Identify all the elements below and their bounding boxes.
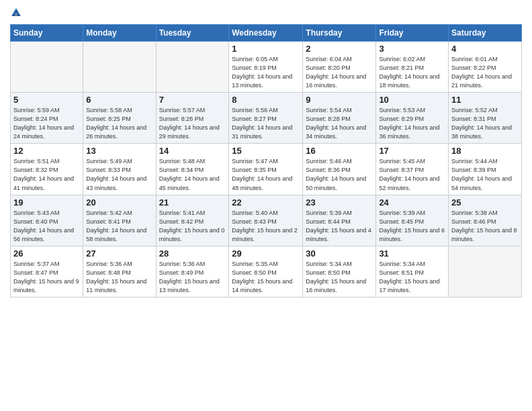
day-number: 19 bbox=[13, 197, 80, 208]
day-info: Sunrise: 5:59 AMSunset: 8:24 PMDaylight:… bbox=[13, 106, 80, 141]
day-info: Sunrise: 5:38 AMSunset: 8:46 PMDaylight:… bbox=[451, 209, 519, 244]
page: SundayMondayTuesdayWednesdayThursdayFrid… bbox=[0, 0, 532, 411]
logo-icon bbox=[10, 7, 22, 19]
day-info: Sunrise: 5:39 AMSunset: 8:45 PMDaylight:… bbox=[379, 209, 445, 244]
calendar-cell: 16Sunrise: 5:46 AMSunset: 8:36 PMDayligh… bbox=[303, 144, 376, 195]
day-info: Sunrise: 5:53 AMSunset: 8:29 PMDaylight:… bbox=[379, 106, 445, 141]
day-info: Sunrise: 5:47 AMSunset: 8:35 PMDaylight:… bbox=[232, 157, 300, 192]
calendar-cell: 27Sunrise: 5:36 AMSunset: 8:48 PMDayligh… bbox=[83, 246, 156, 297]
calendar-cell: 13Sunrise: 5:49 AMSunset: 8:33 PMDayligh… bbox=[83, 144, 156, 195]
calendar-cell bbox=[83, 42, 156, 93]
day-info: Sunrise: 6:02 AMSunset: 8:21 PMDaylight:… bbox=[379, 55, 445, 90]
calendar-cell bbox=[156, 42, 229, 93]
day-info: Sunrise: 5:46 AMSunset: 8:36 PMDaylight:… bbox=[306, 157, 373, 192]
calendar-week-2: 5Sunrise: 5:59 AMSunset: 8:24 PMDaylight… bbox=[11, 93, 522, 144]
day-number: 18 bbox=[451, 146, 519, 156]
calendar-cell: 12Sunrise: 5:51 AMSunset: 8:32 PMDayligh… bbox=[11, 144, 83, 195]
day-number: 27 bbox=[86, 248, 152, 259]
day-info: Sunrise: 5:36 AMSunset: 8:49 PMDaylight:… bbox=[159, 260, 226, 295]
day-info: Sunrise: 5:34 AMSunset: 8:51 PMDaylight:… bbox=[379, 260, 445, 295]
calendar-cell: 24Sunrise: 5:39 AMSunset: 8:45 PMDayligh… bbox=[376, 195, 449, 246]
day-number: 14 bbox=[159, 146, 226, 156]
day-number: 15 bbox=[232, 146, 300, 156]
calendar-cell: 2Sunrise: 6:04 AMSunset: 8:20 PMDaylight… bbox=[303, 42, 376, 93]
day-number: 11 bbox=[451, 95, 519, 105]
day-info: Sunrise: 5:40 AMSunset: 8:43 PMDaylight:… bbox=[232, 209, 300, 244]
day-number: 13 bbox=[86, 146, 152, 156]
day-info: Sunrise: 5:58 AMSunset: 8:25 PMDaylight:… bbox=[86, 106, 152, 141]
calendar-cell: 7Sunrise: 5:57 AMSunset: 8:26 PMDaylight… bbox=[156, 93, 229, 144]
calendar-cell bbox=[11, 42, 83, 93]
calendar-cell: 8Sunrise: 5:56 AMSunset: 8:27 PMDaylight… bbox=[229, 93, 303, 144]
weekday-header-monday: Monday bbox=[83, 25, 156, 42]
calendar-cell: 29Sunrise: 5:35 AMSunset: 8:50 PMDayligh… bbox=[229, 246, 303, 297]
weekday-header-wednesday: Wednesday bbox=[229, 25, 303, 42]
day-info: Sunrise: 6:05 AMSunset: 8:19 PMDaylight:… bbox=[232, 55, 300, 90]
day-info: Sunrise: 6:01 AMSunset: 8:22 PMDaylight:… bbox=[451, 55, 519, 90]
calendar-cell: 23Sunrise: 5:39 AMSunset: 8:44 PMDayligh… bbox=[303, 195, 376, 246]
calendar-cell: 5Sunrise: 5:59 AMSunset: 8:24 PMDaylight… bbox=[11, 93, 83, 144]
day-number: 4 bbox=[451, 44, 519, 54]
calendar-cell: 17Sunrise: 5:45 AMSunset: 8:37 PMDayligh… bbox=[376, 144, 449, 195]
calendar-cell: 4Sunrise: 6:01 AMSunset: 8:22 PMDaylight… bbox=[449, 42, 522, 93]
day-number: 24 bbox=[379, 197, 445, 208]
day-info: Sunrise: 5:51 AMSunset: 8:32 PMDaylight:… bbox=[13, 157, 80, 192]
calendar-cell: 3Sunrise: 6:02 AMSunset: 8:21 PMDaylight… bbox=[376, 42, 449, 93]
day-number: 1 bbox=[232, 44, 300, 54]
day-number: 20 bbox=[86, 197, 152, 208]
day-info: Sunrise: 5:41 AMSunset: 8:42 PMDaylight:… bbox=[159, 209, 226, 244]
logo bbox=[10, 7, 24, 19]
weekday-header-row: SundayMondayTuesdayWednesdayThursdayFrid… bbox=[11, 25, 522, 42]
day-number: 17 bbox=[379, 146, 445, 156]
svg-rect-2 bbox=[15, 13, 17, 16]
calendar-cell: 14Sunrise: 5:48 AMSunset: 8:34 PMDayligh… bbox=[156, 144, 229, 195]
calendar-cell: 20Sunrise: 5:42 AMSunset: 8:41 PMDayligh… bbox=[83, 195, 156, 246]
weekday-header-sunday: Sunday bbox=[11, 25, 83, 42]
day-info: Sunrise: 5:44 AMSunset: 8:39 PMDaylight:… bbox=[451, 157, 519, 192]
day-number: 26 bbox=[13, 248, 80, 259]
calendar-cell: 25Sunrise: 5:38 AMSunset: 8:46 PMDayligh… bbox=[449, 195, 522, 246]
calendar: SundayMondayTuesdayWednesdayThursdayFrid… bbox=[10, 24, 522, 298]
calendar-week-4: 19Sunrise: 5:43 AMSunset: 8:40 PMDayligh… bbox=[11, 195, 522, 246]
calendar-week-5: 26Sunrise: 5:37 AMSunset: 8:47 PMDayligh… bbox=[11, 246, 522, 297]
calendar-cell: 21Sunrise: 5:41 AMSunset: 8:42 PMDayligh… bbox=[156, 195, 229, 246]
calendar-cell: 11Sunrise: 5:52 AMSunset: 8:31 PMDayligh… bbox=[449, 93, 522, 144]
header bbox=[10, 7, 522, 19]
calendar-week-1: 1Sunrise: 6:05 AMSunset: 8:19 PMDaylight… bbox=[11, 42, 522, 93]
weekday-header-thursday: Thursday bbox=[303, 25, 376, 42]
day-info: Sunrise: 5:45 AMSunset: 8:37 PMDaylight:… bbox=[379, 157, 445, 192]
calendar-cell: 28Sunrise: 5:36 AMSunset: 8:49 PMDayligh… bbox=[156, 246, 229, 297]
day-number: 25 bbox=[451, 197, 519, 208]
day-info: Sunrise: 5:52 AMSunset: 8:31 PMDaylight:… bbox=[451, 106, 519, 141]
day-number: 21 bbox=[159, 197, 226, 208]
calendar-cell: 1Sunrise: 6:05 AMSunset: 8:19 PMDaylight… bbox=[229, 42, 303, 93]
day-number: 10 bbox=[379, 95, 445, 105]
day-number: 16 bbox=[306, 146, 373, 156]
day-info: Sunrise: 5:43 AMSunset: 8:40 PMDaylight:… bbox=[13, 209, 80, 244]
weekday-header-tuesday: Tuesday bbox=[156, 25, 229, 42]
day-number: 3 bbox=[379, 44, 445, 54]
day-info: Sunrise: 5:37 AMSunset: 8:47 PMDaylight:… bbox=[13, 260, 80, 295]
day-info: Sunrise: 5:57 AMSunset: 8:26 PMDaylight:… bbox=[159, 106, 226, 141]
calendar-cell: 31Sunrise: 5:34 AMSunset: 8:51 PMDayligh… bbox=[376, 246, 449, 297]
day-number: 28 bbox=[159, 248, 226, 259]
calendar-cell: 26Sunrise: 5:37 AMSunset: 8:47 PMDayligh… bbox=[11, 246, 83, 297]
calendar-cell: 19Sunrise: 5:43 AMSunset: 8:40 PMDayligh… bbox=[11, 195, 83, 246]
day-number: 9 bbox=[306, 95, 373, 105]
day-info: Sunrise: 5:54 AMSunset: 8:28 PMDaylight:… bbox=[306, 106, 373, 141]
day-number: 8 bbox=[232, 95, 300, 105]
calendar-cell: 6Sunrise: 5:58 AMSunset: 8:25 PMDaylight… bbox=[83, 93, 156, 144]
day-number: 30 bbox=[306, 248, 373, 259]
day-number: 7 bbox=[159, 95, 226, 105]
day-info: Sunrise: 5:56 AMSunset: 8:27 PMDaylight:… bbox=[232, 106, 300, 141]
calendar-cell: 18Sunrise: 5:44 AMSunset: 8:39 PMDayligh… bbox=[449, 144, 522, 195]
calendar-cell: 30Sunrise: 5:34 AMSunset: 8:50 PMDayligh… bbox=[303, 246, 376, 297]
calendar-cell bbox=[449, 246, 522, 297]
weekday-header-saturday: Saturday bbox=[449, 25, 522, 42]
day-info: Sunrise: 5:39 AMSunset: 8:44 PMDaylight:… bbox=[306, 209, 373, 244]
day-number: 22 bbox=[232, 197, 300, 208]
calendar-cell: 9Sunrise: 5:54 AMSunset: 8:28 PMDaylight… bbox=[303, 93, 376, 144]
day-number: 6 bbox=[86, 95, 152, 105]
calendar-cell: 15Sunrise: 5:47 AMSunset: 8:35 PMDayligh… bbox=[229, 144, 303, 195]
day-number: 29 bbox=[232, 248, 300, 259]
